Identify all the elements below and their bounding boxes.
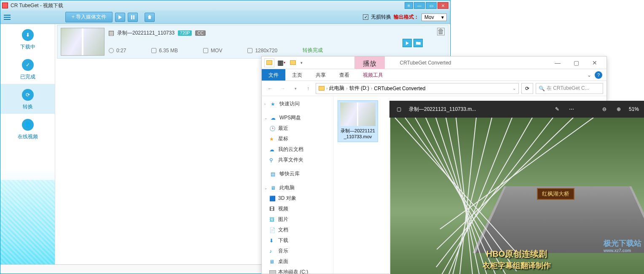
output-format-label: 输出格式： (394, 13, 419, 21)
nav-fwd[interactable]: → (278, 83, 288, 94)
zoom-out-icon[interactable]: ⊖ (600, 105, 609, 113)
tab-videotools[interactable]: 视频工具 (356, 69, 390, 81)
exp-maximize[interactable]: ▢ (567, 57, 585, 69)
addr-pc[interactable]: 此电脑 (329, 85, 344, 92)
check-icon: ✓ (22, 59, 34, 71)
tree-disk-c[interactable]: 本地磁盘 (C:) (263, 267, 331, 274)
tab-share[interactable]: 共享 (309, 69, 333, 81)
search-input[interactable]: 🔍 在 CRTubeGet C... (536, 83, 603, 94)
tab-home[interactable]: 主页 (285, 69, 309, 81)
file-icon (151, 48, 156, 53)
pause-button[interactable] (128, 13, 138, 22)
item-name: 录制—20221121_110733 (117, 30, 174, 37)
tab-file[interactable]: 文件 (262, 69, 285, 81)
explorer-qat: ▦▾ ▾ CRTubeGet Converted — ▢ ✕ (262, 56, 606, 69)
media-item-row[interactable]: 🗑 录制—20221121_110733 720P CC 0:27 6.35 M… (57, 25, 448, 59)
lossless-checkbox[interactable]: ✓ (363, 14, 368, 20)
app-title: CR TubeGet - 视频下载 (11, 2, 405, 9)
file-item[interactable]: 录制—20221121_110733.mov (338, 100, 378, 142)
app-toolbar: + 导入媒体文件 ✓ 无损转换 输出格式： Mov ▾ (0, 11, 450, 24)
app-icon (2, 3, 8, 8)
file-name: 录制—20221121_110733.mov (340, 128, 376, 140)
tree-wps[interactable]: ⌄☁WPS网盘 (263, 113, 331, 123)
tree-quick-access[interactable]: ›★快速访问 (263, 99, 331, 109)
search-icon: 🔍 (539, 86, 545, 91)
qat-folder-icon[interactable] (264, 58, 274, 67)
tab-view[interactable]: 查看 (333, 69, 356, 81)
context-tab-play[interactable]: 播放 (354, 56, 385, 69)
import-media-button[interactable]: + 导入媒体文件 (65, 12, 113, 22)
exp-close[interactable]: ✕ (585, 57, 604, 69)
player-edit-icon[interactable]: ✎ (553, 105, 561, 113)
ribbon-tabs: 文件 主页 共享 查看 视频工具 ⌄ ? (262, 69, 606, 81)
tree-video[interactable]: 🎞视频 (263, 204, 331, 214)
video-frame[interactable]: 红枫湖大桥 HBO原创连续剧 衣柜字幕组翻译制作 极光下载站www.xz7.co… (389, 118, 644, 274)
subtitle-line2: 衣柜字幕组翻译制作 (389, 261, 644, 271)
app-titlebar[interactable]: CR TubeGet - 视频下载 ≡ — ▭ ✕ (0, 0, 450, 11)
status-text: 转换完成 (303, 47, 323, 54)
player-image-icon[interactable]: ▢ (394, 105, 403, 113)
tree-shared[interactable]: ⚲共享文件夹 (263, 155, 331, 165)
nav-up[interactable]: ↑ (303, 83, 313, 94)
water-decoration (0, 180, 55, 264)
player-title: 录制—20221121_110733.m... (409, 106, 547, 113)
tree-star[interactable]: ★星标 (263, 134, 331, 144)
play-button[interactable] (115, 13, 125, 22)
bridge-sign: 红枫湖大桥 (537, 188, 574, 200)
tree-mycloud[interactable]: ☁我的云文档 (263, 144, 331, 155)
addr-drive[interactable]: 软件 (D:) (349, 85, 369, 92)
lossless-label: 无损转换 (371, 13, 391, 21)
row-play-button[interactable] (402, 39, 412, 47)
address-bar[interactable]: › 此电脑 › 软件 (D:) › CRTubeGet Converted ⌄ (316, 83, 519, 94)
tree-docs[interactable]: 📄文档 (263, 225, 331, 235)
qat-new-icon[interactable] (288, 58, 298, 67)
globe-icon: 🌐 (22, 119, 34, 131)
refresh-button[interactable]: ⟳ (521, 83, 533, 94)
chevron-down-icon: ▾ (441, 14, 444, 20)
player-toolbar: ▢ 录制—20221121_110733.m... ✎ ⋯ ⊖ ⊕ 51% (389, 101, 644, 118)
ribbon-chevron-icon[interactable]: ⌄ (587, 72, 591, 78)
sidebar-item-convert[interactable]: ⟳ 转换 (0, 84, 55, 114)
menu-icon[interactable] (4, 15, 11, 20)
custom-button[interactable]: ≡ (405, 2, 413, 9)
zoom-level: 51% (629, 106, 639, 112)
explorer-navbar: ← → ▾ ↑ › 此电脑 › 软件 (D:) › CRTubeGet Conv… (262, 81, 606, 96)
close-button[interactable]: ✕ (437, 2, 448, 9)
qat-props-icon[interactable]: ▦▾ (276, 58, 286, 67)
row-delete-icon[interactable]: 🗑 (437, 28, 445, 35)
explorer-title: CRTubeGet Converted (400, 60, 451, 66)
tree-music[interactable]: ♪音乐 (263, 246, 331, 256)
output-format-select[interactable]: Mov ▾ (421, 13, 447, 21)
tree-gx[interactable]: ▤够快云库 (263, 169, 331, 179)
row-folder-button[interactable] (413, 39, 423, 47)
tree-3d[interactable]: 🟦3D 对象 (263, 193, 331, 204)
maximize-button[interactable]: ▭ (426, 2, 437, 9)
clock-icon (109, 48, 114, 53)
tree-dl[interactable]: ⬇下载 (263, 235, 331, 246)
minimize-button[interactable]: — (414, 2, 425, 9)
nav-back[interactable]: ← (265, 83, 275, 94)
qat-chevron-icon[interactable]: ▾ (301, 61, 303, 65)
addr-dropdown-icon[interactable]: ⌄ (513, 86, 516, 91)
player-more-icon[interactable]: ⋯ (567, 105, 576, 113)
file-thumbnail (340, 102, 376, 126)
zoom-in-icon[interactable]: ⊕ (614, 105, 623, 113)
tree-desk[interactable]: 🖥桌面 (263, 256, 331, 267)
tree-pc[interactable]: ⌄🖥此电脑 (263, 183, 331, 193)
sidebar-item-online[interactable]: 🌐 在线视频 (0, 114, 55, 144)
tree-recent[interactable]: 🕒最近 (263, 123, 331, 134)
exp-minimize[interactable]: — (548, 57, 567, 69)
help-icon[interactable]: ? (595, 71, 602, 79)
badge-cc: CC (195, 30, 205, 36)
nav-recent-chevron[interactable]: ▾ (290, 83, 301, 94)
format-icon (203, 48, 208, 53)
sidebar-item-downloading[interactable]: ⬇ 下载中 (0, 24, 55, 54)
video-player-window: ▢ 录制—20221121_110733.m... ✎ ⋯ ⊖ ⊕ 51% 红枫… (389, 101, 644, 274)
delete-button[interactable] (145, 13, 155, 22)
sidebar-item-completed[interactable]: ✓ 已完成 (0, 54, 55, 84)
app-sidebar: ⬇ 下载中 ✓ 已完成 ⟳ 转换 🌐 在线视频 (0, 24, 55, 264)
addr-folder[interactable]: CRTubeGet Converted (374, 86, 425, 91)
explorer-tree[interactable]: ›★快速访问 ⌄☁WPS网盘 🕒最近 ★星标 ☁我的云文档 ⚲共享文件夹 ▤够快… (262, 96, 333, 274)
tree-pics[interactable]: 🖼图片 (263, 214, 331, 225)
item-thumbnail (61, 28, 105, 56)
